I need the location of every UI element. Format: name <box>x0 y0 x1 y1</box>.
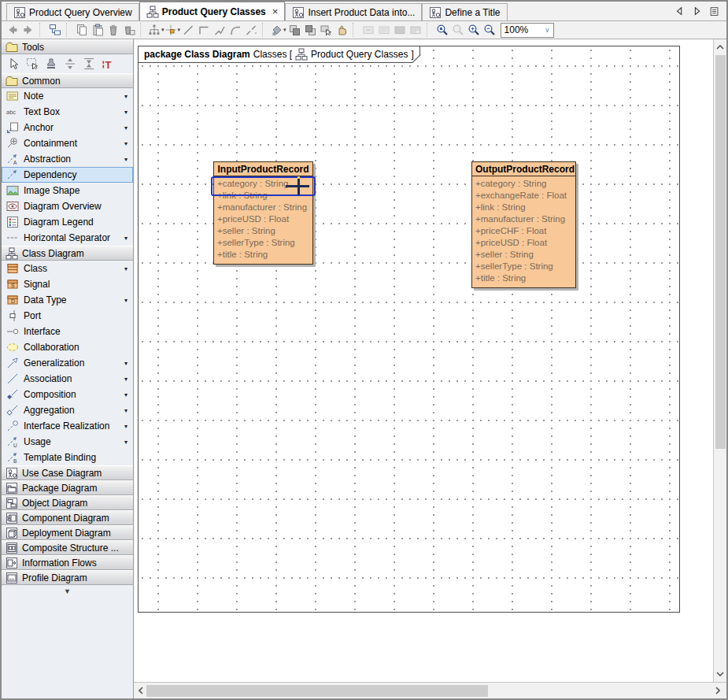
palette-item-note[interactable]: Note▾ <box>2 88 133 104</box>
class-attribute[interactable]: +seller : String <box>217 225 309 237</box>
palette-section-information-flows[interactable]: Information Flows <box>2 555 133 570</box>
close-tab-icon[interactable]: × <box>272 8 279 16</box>
chevron-down-icon[interactable]: ▾ <box>124 391 127 398</box>
chevron-down-icon[interactable]: ▾ <box>124 439 127 446</box>
palette-item-data-type[interactable]: DData Type▾ <box>2 292 133 308</box>
chevron-down-icon[interactable]: ▾ <box>124 109 127 116</box>
select-in-model-button[interactable] <box>47 22 63 38</box>
line-oblique-button[interactable] <box>212 22 227 38</box>
class-attribute[interactable]: +sellerType : String <box>217 237 309 249</box>
tab-list-button[interactable] <box>709 6 720 17</box>
select-related-button[interactable] <box>318 22 334 38</box>
send-to-back-button[interactable] <box>302 22 318 38</box>
tab-product-query-overview[interactable]: Product Query Overview <box>6 3 139 20</box>
chevron-down-icon[interactable]: ▾ <box>124 235 127 242</box>
class-attribute[interactable]: +exchangeRate : Float <box>475 190 572 202</box>
forward-button[interactable] <box>20 22 36 38</box>
back-button[interactable] <box>5 22 20 38</box>
line-rectilinear-button[interactable] <box>196 22 212 38</box>
scroll-down-button[interactable] <box>714 668 726 680</box>
bring-to-front-button[interactable] <box>286 22 302 38</box>
class-attribute[interactable]: +title : String <box>217 249 309 261</box>
palette-item-image-shape[interactable]: Image Shape <box>2 183 133 198</box>
chevron-down-icon[interactable]: ▾ <box>124 376 127 383</box>
palette-item-composition[interactable]: Composition▾ <box>2 387 133 402</box>
palette-item-abstraction[interactable]: AAbstraction▾ <box>2 151 133 167</box>
palette-section-use-case-diagram[interactable]: Use Case Diagram <box>2 465 133 480</box>
sweeper-button[interactable]: ▾ <box>164 22 181 38</box>
scroll-tabs-left-button[interactable] <box>674 6 686 17</box>
scroll-left-button[interactable] <box>135 683 147 698</box>
horizontal-scrollbar[interactable] <box>134 682 726 698</box>
zoom-in-button[interactable] <box>466 22 482 38</box>
tab-product-query-classes[interactable]: Product Query Classes× <box>139 2 286 20</box>
class-attribute[interactable]: +link : String <box>475 202 572 213</box>
palette-item-interface[interactable]: Interface <box>2 324 133 339</box>
chevron-down-icon[interactable]: ▾ <box>124 360 127 367</box>
vertical-scrollbar[interactable] <box>713 39 726 682</box>
palette-item-interface-realization[interactable]: Interface Realization▾ <box>2 418 133 434</box>
chevron-down-icon[interactable]: ▾ <box>124 124 127 131</box>
chevron-down-icon[interactable]: ▾ <box>124 156 127 163</box>
class-attribute[interactable]: +manufacturer : String <box>217 202 309 213</box>
line-curve-button[interactable] <box>227 22 243 38</box>
class-attribute[interactable]: +priceUSD : Float <box>217 213 309 225</box>
class-attribute[interactable]: +priceCHF : Float <box>475 225 572 237</box>
layout-diagram-button[interactable]: ▾ <box>148 22 164 38</box>
attribute-selection-box[interactable] <box>211 176 316 196</box>
palette-section-profile-diagram[interactable]: «»Profile Diagram <box>2 570 133 585</box>
palette-item-association[interactable]: Association▾ <box>2 371 133 387</box>
palette-item-usage[interactable]: UUsage▾ <box>2 434 133 450</box>
chevron-down-icon[interactable]: ▾ <box>124 423 127 430</box>
delete-from-model-button[interactable] <box>121 22 137 38</box>
tab-insert-product-data-into[interactable]: Insert Product Data into... <box>285 3 422 20</box>
palette-item-aggregation[interactable]: Aggregation▾ <box>2 402 133 418</box>
line-straight-button[interactable] <box>180 22 196 38</box>
palette-item-text-box[interactable]: abcText Box▾ <box>2 104 133 120</box>
palette-section-common[interactable]: Common <box>2 73 133 88</box>
chevron-down-icon[interactable]: ▾ <box>124 265 127 272</box>
palette-item-collaboration[interactable]: Collaboration <box>2 339 133 355</box>
palette-section-object-diagram[interactable]: Object Diagram <box>2 495 133 510</box>
chevron-down-icon[interactable]: ▾ <box>124 93 127 100</box>
vertical-shrink-tool[interactable] <box>81 56 97 72</box>
palette-section-composite-structure[interactable]: Composite Structure ... <box>2 540 133 555</box>
chevron-down-icon[interactable]: ▾ <box>124 140 127 147</box>
palette-item-generalization[interactable]: Generalization▾ <box>2 355 133 371</box>
class-attribute[interactable]: +sellerType : String <box>475 261 572 272</box>
tab-define-a-title[interactable]: Define a Title <box>422 3 507 20</box>
zoom-level-combobox[interactable]: 100% ∨ <box>501 23 554 38</box>
palette-overflow-button[interactable]: ▼ <box>2 585 133 598</box>
palette-item-dependency[interactable]: Dependency <box>2 167 133 183</box>
scroll-up-button[interactable] <box>714 41 726 54</box>
palette-item-class[interactable]: Class▾ <box>2 261 133 276</box>
palette-item-diagram-overview[interactable]: Diagram Overview <box>2 198 133 214</box>
palette-section-tools[interactable]: Tools <box>2 39 133 54</box>
chevron-down-icon[interactable]: ▾ <box>124 297 127 304</box>
line-round-oblique-button[interactable] <box>243 22 259 38</box>
palette-section-class-diagram[interactable]: Class Diagram <box>2 246 133 261</box>
actual-size-button[interactable] <box>434 22 450 38</box>
palette-item-containment[interactable]: Containment▾ <box>2 135 133 151</box>
palette-section-deployment-diagram[interactable]: Deployment Diagram <box>2 525 133 540</box>
hand-tool-button[interactable] <box>334 22 349 38</box>
horizontal-scroll-thumb[interactable] <box>146 685 488 697</box>
copy-button[interactable] <box>74 22 90 38</box>
palette-section-package-diagram[interactable]: Package Diagram <box>2 480 133 495</box>
palette-item-diagram-legend[interactable]: Diagram Legend <box>2 214 133 230</box>
cursor-tool[interactable] <box>6 56 21 72</box>
class-attribute[interactable]: +manufacturer : String <box>475 213 572 225</box>
text-tool[interactable]: T <box>100 56 116 72</box>
palette-item-port[interactable]: Port <box>2 308 133 324</box>
palette-item-horizontal-separator[interactable]: Horizontal Separator▾ <box>2 230 133 246</box>
marquee-select-tool[interactable] <box>24 56 40 72</box>
zoom-out-button[interactable] <box>482 22 497 38</box>
palette-item-template-binding[interactable]: BTemplate Binding <box>2 450 133 465</box>
class-node-inputproductrecord[interactable]: InputProductRecord+category : String+lin… <box>213 161 313 265</box>
class-attribute[interactable]: +priceUSD : Float <box>475 237 572 249</box>
vertical-scroll-thumb[interactable] <box>715 55 726 449</box>
chevron-down-icon[interactable]: ▾ <box>124 407 127 414</box>
palette-item-anchor[interactable]: Anchor▾ <box>2 120 133 135</box>
class-attribute[interactable]: +title : String <box>475 272 572 284</box>
class-node-outputproductrecord[interactable]: OutputProductRecord+category : String+ex… <box>471 161 576 288</box>
